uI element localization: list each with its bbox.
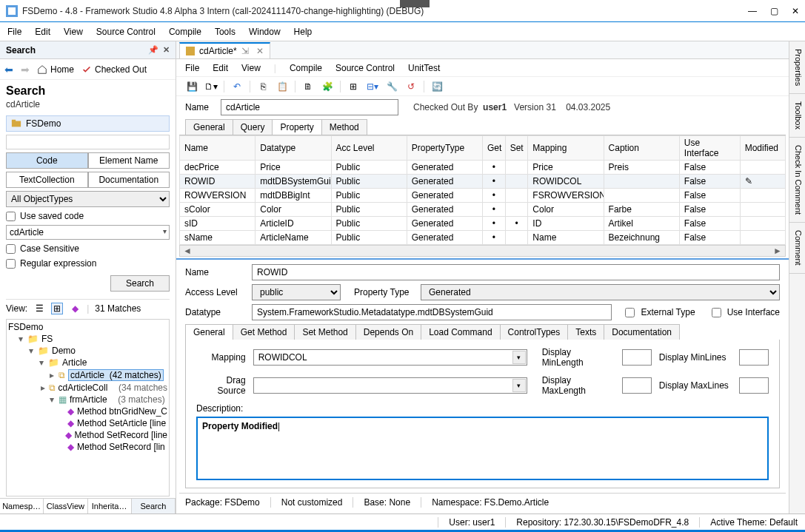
tree-cdarticle[interactable]: ▸⧉cdArticle (42 matches) <box>8 368 167 382</box>
form-dtype-input[interactable] <box>252 304 612 320</box>
nav-checked-out[interactable]: Checked Out <box>81 64 147 75</box>
col-mapping[interactable]: Mapping <box>528 136 604 161</box>
form-ptype-select[interactable]: Generated <box>421 284 780 300</box>
menu-tools[interactable]: Tools <box>215 27 236 37</box>
search-repo-row[interactable]: FSDemo <box>6 115 170 132</box>
subtab-depends[interactable]: Depends On <box>355 324 421 340</box>
col-datatype[interactable]: Datatype <box>255 136 331 161</box>
table-row[interactable]: sNameArticleNamePublicGenerated•NameBeze… <box>180 231 786 245</box>
nav-forward-icon[interactable]: ➡ <box>21 64 30 75</box>
toggle-code[interactable]: Code <box>6 152 88 169</box>
form-name-input[interactable] <box>252 264 780 280</box>
mapping-dropdown-icon[interactable]: ▾ <box>512 351 526 364</box>
submenu-source-control[interactable]: Source Control <box>335 63 395 73</box>
tree-root[interactable]: FSDemo <box>8 321 167 333</box>
view-diamond-icon[interactable]: ◆ <box>69 303 81 314</box>
minlen-input[interactable] <box>622 349 652 366</box>
nav-back-icon[interactable]: ⬅ <box>4 64 13 75</box>
toggle-element-name[interactable]: Element Name <box>88 152 170 169</box>
col-set[interactable]: Set <box>505 136 528 161</box>
rail-checkin-comment[interactable]: Check In Comment <box>789 138 805 223</box>
menu-help[interactable]: Help <box>294 27 313 37</box>
panel-close-icon[interactable]: ✕ <box>163 45 170 55</box>
col-name[interactable]: Name <box>180 136 255 161</box>
tree-article[interactable]: ▾📁Article <box>8 357 167 368</box>
close-button[interactable]: ✕ <box>792 6 799 16</box>
form-acc-select[interactable]: public <box>252 284 341 300</box>
maxlen-input[interactable] <box>622 377 652 394</box>
menu-window[interactable]: Window <box>249 27 281 37</box>
submenu-unittest[interactable]: UnitTest <box>408 63 440 73</box>
undo-icon[interactable]: ↶ <box>230 80 244 93</box>
subtab-general[interactable]: General <box>185 324 233 340</box>
revert-icon[interactable]: ↺ <box>404 80 418 93</box>
minlines-input[interactable] <box>739 349 769 366</box>
doc-name-input[interactable] <box>221 99 398 115</box>
left-tab-inherit[interactable]: Inherita… <box>88 499 132 514</box>
menu-view[interactable]: View <box>64 27 83 37</box>
pin-icon[interactable]: 📌 <box>148 45 158 55</box>
tree-demo[interactable]: ▾📁Demo <box>8 345 167 357</box>
description-input[interactable]: Property Modified| <box>196 417 769 480</box>
tree-method-1[interactable]: ◆Method btnGridNew_C <box>8 405 167 417</box>
save-icon[interactable]: 💾 <box>185 80 198 93</box>
col-caption[interactable]: Caption <box>604 136 679 161</box>
tab-property[interactable]: Property <box>272 119 321 135</box>
view-tree-icon[interactable]: ⊞ <box>51 303 63 314</box>
tab-method[interactable]: Method <box>321 119 367 135</box>
submenu-edit[interactable]: Edit <box>213 63 228 73</box>
grid-icon[interactable]: ⊟▾ <box>366 80 379 93</box>
submenu-compile[interactable]: Compile <box>290 63 322 73</box>
subtab-load[interactable]: Load Command <box>421 324 500 340</box>
col-modified[interactable]: Modified <box>740 136 785 161</box>
col-get[interactable]: Get <box>483 136 506 161</box>
col-useiface[interactable]: Use Interface <box>679 136 740 161</box>
refresh-icon[interactable]: 🔄 <box>430 80 444 93</box>
col-proptype[interactable]: PropertyType <box>407 136 482 161</box>
subtab-doc[interactable]: Documentation <box>604 324 680 340</box>
puzzle-icon[interactable]: 🧩 <box>321 80 334 93</box>
use-saved-code-checkbox[interactable] <box>6 212 16 221</box>
tree-method-2[interactable]: ◆Method SetArticle [line <box>8 417 167 429</box>
subtab-set[interactable]: Set Method <box>294 324 355 340</box>
subtab-ctrl[interactable]: ControlTypes <box>500 324 569 340</box>
table-row[interactable]: sIDArticleIDPublicGenerated••IDArtikelFa… <box>180 217 786 231</box>
search-button[interactable]: Search <box>110 275 170 292</box>
search-blank-input[interactable] <box>6 135 170 149</box>
rail-comment[interactable]: Comment <box>789 223 805 274</box>
subtab-get[interactable]: Get Method <box>233 324 295 340</box>
tree-cdarticlecoll[interactable]: ▸⧉cdArticleColl (34 matches <box>8 382 167 394</box>
table-row[interactable]: sColorColorPublicGenerated•ColorFarbeFal… <box>180 203 786 217</box>
table-row[interactable]: ROWIDmdtDBSystemGuidPublicGenerated•ROWI… <box>180 175 786 189</box>
document-tab[interactable]: cdArticle* ⇲ ✕ <box>179 42 270 58</box>
submenu-view[interactable]: View <box>241 63 261 73</box>
menu-file[interactable]: File <box>7 27 21 37</box>
external-type-checkbox[interactable] <box>625 308 635 317</box>
paste-icon[interactable]: 📋 <box>275 80 289 93</box>
drag-input[interactable] <box>253 377 527 394</box>
rail-properties[interactable]: Properties <box>789 41 805 94</box>
maximize-button[interactable]: ▢ <box>770 6 778 16</box>
new-icon[interactable]: 🗋▾ <box>204 80 218 93</box>
search-term-input[interactable] <box>6 225 170 240</box>
drag-dropdown-icon[interactable]: ▾ <box>512 379 526 392</box>
col-acclevel[interactable]: Acc Level <box>331 136 407 161</box>
tool-icon[interactable]: 🔧 <box>385 80 398 93</box>
left-tab-namespace[interactable]: Namesp… <box>0 499 44 514</box>
document-tab-pin-icon[interactable]: ⇲ <box>241 46 249 56</box>
search-term-dropdown-icon[interactable]: ▾ <box>163 227 167 235</box>
copy-icon[interactable]: ⎘ <box>256 80 270 93</box>
nav-home[interactable]: Home <box>37 64 74 75</box>
grid-scrollbar[interactable]: ◄► <box>179 245 786 257</box>
table-row[interactable]: decPricePricePublicGenerated•PricePreisF… <box>180 161 786 175</box>
cal-icon[interactable]: ⊞ <box>347 80 360 93</box>
objecttypes-select[interactable]: All ObjectTypes <box>6 191 170 207</box>
case-sensitive-checkbox[interactable] <box>6 244 16 254</box>
submenu-file[interactable]: File <box>185 63 199 73</box>
menu-source-control[interactable]: Source Control <box>96 27 156 37</box>
mapping-input[interactable] <box>253 349 527 366</box>
table-row[interactable]: ROWVERSIONmdtDBBigIntPublicGenerated•FSR… <box>180 189 786 203</box>
tree-method-3[interactable]: ◆Method SetRecord [line <box>8 429 167 441</box>
left-tab-classview[interactable]: ClassView <box>44 499 87 514</box>
tab-general[interactable]: General <box>185 119 233 135</box>
